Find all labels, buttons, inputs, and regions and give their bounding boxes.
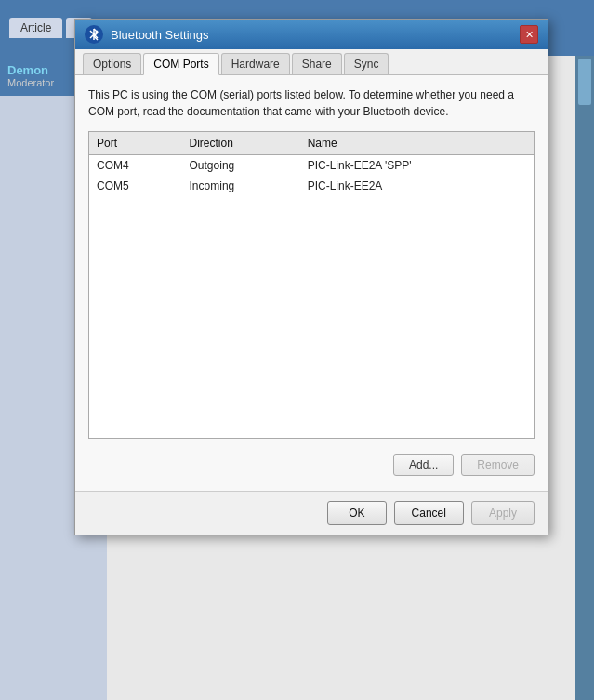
cell-direction-0: Outgoing xyxy=(182,155,300,177)
add-remove-row: Add... Remove xyxy=(88,448,535,480)
title-left: Bluetooth Settings xyxy=(85,25,209,44)
cell-port-1: COM5 xyxy=(89,176,182,196)
cell-direction-1: Incoming xyxy=(182,176,300,196)
table-row[interactable]: COM5 Incoming PIC-Link-EE2A xyxy=(89,176,534,196)
scrollbar-thumb[interactable] xyxy=(578,59,591,105)
dialog-content: This PC is using the COM (serial) ports … xyxy=(75,75,548,491)
dialog-footer: OK Cancel Apply xyxy=(75,491,548,535)
bluetooth-icon xyxy=(85,25,103,44)
scrollbar[interactable] xyxy=(575,56,594,700)
com-ports-table: Port Direction Name COM4 Outgoing PIC-Li… xyxy=(89,132,534,438)
tab-hardware[interactable]: Hardware xyxy=(221,53,290,74)
cancel-button[interactable]: Cancel xyxy=(394,501,464,525)
tab-share[interactable]: Share xyxy=(292,53,342,74)
tab-com-ports[interactable]: COM Ports xyxy=(143,53,218,75)
table-header-row: Port Direction Name xyxy=(89,132,534,155)
add-button[interactable]: Add... xyxy=(393,454,454,476)
dialog-titlebar: Bluetooth Settings ✕ xyxy=(75,20,548,49)
cell-name-1: PIC-Link-EE2A xyxy=(300,176,534,196)
dialog-description: This PC is using the COM (serial) ports … xyxy=(88,86,535,120)
tab-bar: Options COM Ports Hardware Share Sync xyxy=(75,49,548,75)
bluetooth-settings-dialog: Bluetooth Settings ✕ Options COM Ports H… xyxy=(74,19,548,535)
tab-options[interactable]: Options xyxy=(83,53,141,74)
table-empty-space xyxy=(89,196,534,438)
remove-button[interactable]: Remove xyxy=(461,454,535,476)
close-button[interactable]: ✕ xyxy=(520,25,538,44)
col-port: Port xyxy=(89,132,182,155)
table-row[interactable]: COM4 Outgoing PIC-Link-EE2A 'SPP' xyxy=(89,155,534,177)
cell-port-0: COM4 xyxy=(89,155,182,177)
dialog-title: Bluetooth Settings xyxy=(111,28,209,42)
col-name: Name xyxy=(300,132,534,155)
article-tab[interactable]: Article xyxy=(9,18,62,38)
ok-button[interactable]: OK xyxy=(327,501,386,525)
com-ports-table-container: Port Direction Name COM4 Outgoing PIC-Li… xyxy=(88,131,535,439)
col-direction: Direction xyxy=(182,132,300,155)
apply-button[interactable]: Apply xyxy=(471,501,535,525)
tab-sync[interactable]: Sync xyxy=(344,53,389,74)
cell-name-0: PIC-Link-EE2A 'SPP' xyxy=(300,155,534,177)
